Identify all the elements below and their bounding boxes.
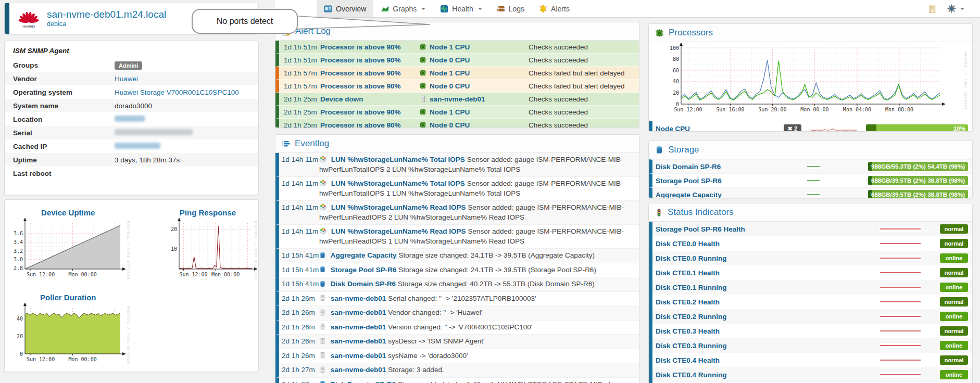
librenms-device-overview-page: Overview Graphs (0, 0, 980, 383)
event-subject-link[interactable]: Disk Domain SP-R6 (331, 280, 396, 288)
alert-rule-link[interactable]: Processor is above 90% (320, 82, 419, 90)
sensor-sparkline[interactable] (880, 226, 921, 232)
nav-tab[interactable]: Alerts (532, 0, 577, 17)
nav-tab[interactable]: Logs (489, 0, 532, 17)
alert-rule-link[interactable]: Processor is above 90% (320, 43, 419, 51)
ping-response-graph[interactable]: 1020Sun 12:00Mon 00:00RRDTOOL / TOBI OET… (164, 218, 257, 285)
sensor-link[interactable]: Disk CTE0.3 Running (656, 342, 880, 350)
sensor-sparkline[interactable] (880, 241, 921, 246)
sensor-link[interactable]: Disk CTE0.2 Running (656, 313, 880, 321)
sensor-sparkline[interactable] (880, 372, 921, 377)
event-subject-link[interactable]: san-nvme-deb01 (331, 295, 386, 302)
svg-text:20: 20 (673, 90, 679, 96)
event-subject-link[interactable]: Disk Domain SP-R6 (331, 380, 396, 383)
sensor-link[interactable]: Disk CTE0.0 Health (656, 240, 880, 248)
alert-entity-link[interactable]: san-nvme-deb01 (430, 95, 485, 103)
sensor-link[interactable]: Disk CTE0.4 Running (656, 371, 880, 379)
nav-tab[interactable]: Health (433, 0, 489, 17)
storage-sparkline[interactable] (807, 178, 820, 183)
alert-entity[interactable]: Node 0 CPU (419, 82, 529, 90)
info-value-text[interactable]: Huawei (115, 75, 138, 83)
alert-entity[interactable]: san-nvme-deb01 (419, 95, 529, 103)
alerts-icon (539, 5, 547, 13)
gear-icon[interactable] (947, 4, 956, 13)
alert-entity-link[interactable]: Node 0 CPU (430, 56, 470, 64)
sensor-link[interactable]: Disk CTE0.1 Running (656, 284, 880, 291)
alert-log-row: 1d 1h 51m Processor is above 90% Node 1 … (275, 41, 639, 54)
event-subject-link[interactable]: Aggregate Capacity (331, 251, 397, 259)
event-subject-link[interactable]: san-nvme-deb01 (331, 337, 386, 345)
alert-entity[interactable]: Node 0 CPU (419, 121, 529, 129)
storage-sparkline[interactable] (807, 192, 820, 197)
sensor-link[interactable]: Disk CTE0.1 Health (656, 269, 880, 277)
event-subject-link[interactable]: LUN %hwStorageLunName% Read IOPS (331, 203, 466, 211)
ping-response-title[interactable]: Ping Response (158, 208, 257, 217)
sensor-link[interactable]: Disk CTE0.0 Running (656, 254, 880, 262)
sensor-sparkline[interactable] (880, 358, 921, 363)
alert-entity-link[interactable]: Node 1 CPU (430, 43, 470, 51)
alert-rule-link[interactable]: Processor is above 90% (320, 108, 419, 116)
alert-entity[interactable]: Node 0 CPU (419, 56, 529, 64)
sensor-sparkline[interactable] (880, 343, 921, 348)
node-cpu-sparkline[interactable] (810, 124, 858, 132)
storage-link[interactable]: Disk Domain SP-R6 (656, 163, 807, 171)
node-cpu-row: Node CPU ✖ 2 10% (649, 121, 972, 132)
alert-entity-link[interactable]: Node 0 CPU (430, 82, 470, 90)
storage-link[interactable]: Aggregate Capacity (656, 191, 807, 199)
sensor-sparkline[interactable] (880, 256, 921, 261)
settings-dropdown-caret[interactable] (960, 8, 964, 10)
alert-rule-link[interactable]: Processor is above 90% (320, 56, 419, 64)
alert-entity-link[interactable]: Node 0 CPU (430, 121, 470, 129)
eventlog-title[interactable]: Eventlog (295, 138, 329, 149)
sensor-state-badge: normal (940, 224, 968, 234)
alert-entity-link[interactable]: Node 1 CPU (430, 69, 470, 77)
sensor-link[interactable]: Storage Pool SP-R6 Health (656, 225, 880, 233)
sensor-sparkline[interactable] (880, 314, 921, 319)
device-location-link[interactable]: debica (47, 20, 166, 28)
alert-entity-link[interactable]: Node 1 CPU (430, 108, 470, 116)
event-subject-link[interactable]: LUN %hwStorageLunName% Total IOPS (331, 180, 465, 187)
info-value-text[interactable]: Huawei Storage V700R001C10SPC100 (115, 88, 239, 96)
alert-rule-link[interactable]: Processor is above 90% (320, 121, 419, 129)
sensor-sparkline[interactable] (880, 270, 921, 275)
device-uptime-graph[interactable]: 2.83.03.23.43.6Sun 12:00Mon 00:00RRDTOOL… (6, 218, 130, 285)
processors-graph[interactable]: 020406080100Sun 12:00Sun 16:00Sun 20:00M… (652, 43, 972, 121)
notes-icon[interactable] (928, 4, 937, 14)
alert-entity[interactable]: Node 1 CPU (419, 108, 529, 116)
device-uptime-title[interactable]: Device Uptime (41, 208, 95, 217)
status-indicators-title[interactable]: Status Indicators (668, 207, 734, 218)
storage-icon (655, 146, 663, 154)
event-subject-link[interactable]: LUN %hwStorageLunName% Read IOPS (331, 227, 466, 235)
event-subject-link[interactable]: LUN %hwStorageLunName% Total IOPS (331, 156, 465, 163)
alert-entity[interactable]: Node 1 CPU (419, 43, 529, 51)
storage-title[interactable]: Storage (668, 145, 699, 155)
sensor-sparkline[interactable] (880, 285, 921, 290)
alert-rule-link[interactable]: Device down (320, 95, 419, 103)
processors-title[interactable]: Processors (669, 28, 713, 38)
sensor-sparkline[interactable] (880, 328, 921, 334)
storage-sparkline[interactable] (807, 164, 820, 169)
storage-link[interactable]: Storage Pool SP-R6 (656, 177, 807, 185)
eventlog-row: 1d 14h 11m LUN %hwStorageLunName% Total … (275, 153, 639, 177)
event-subject-link[interactable]: Storage Pool SP-R6 (331, 266, 397, 274)
info-value: Admini (115, 61, 142, 69)
sensor-link[interactable]: Disk CTE0.3 Health (656, 327, 880, 335)
node-cpu-link[interactable]: Node CPU (656, 125, 784, 132)
sensor-link[interactable]: Disk CTE0.2 Health (656, 298, 880, 306)
info-value: 3 days, 18h 28m 37s (115, 156, 180, 164)
event-subject-link[interactable]: san-nvme-deb01 (331, 366, 386, 374)
alert-rule-link[interactable]: Processor is above 90% (320, 69, 419, 77)
event-subject-link[interactable]: san-nvme-deb01 (331, 323, 386, 331)
sensor-sparkline[interactable] (880, 299, 921, 304)
alert-entity[interactable]: Node 1 CPU (419, 69, 529, 77)
event-message: Vendor changed: '' -> 'Huawei' (388, 309, 482, 316)
poller-duration-title[interactable]: Poller Duration (40, 293, 96, 302)
device-hostname[interactable]: san-nvme-deb01.m24.local (47, 9, 166, 20)
poller-duration-graph[interactable]: 02040Sun 12:00Mon 00:00RRDTOOL / TOBI OE… (6, 303, 130, 369)
group-badge[interactable]: Admini (115, 61, 142, 70)
event-subject-link[interactable]: san-nvme-deb01 (331, 352, 386, 360)
event-subject-link[interactable]: san-nvme-deb01 (331, 309, 386, 316)
svg-text:0: 0 (20, 351, 23, 357)
sensor-link[interactable]: Disk CTE0.4 Health (656, 356, 880, 364)
redacted-value (115, 116, 145, 122)
